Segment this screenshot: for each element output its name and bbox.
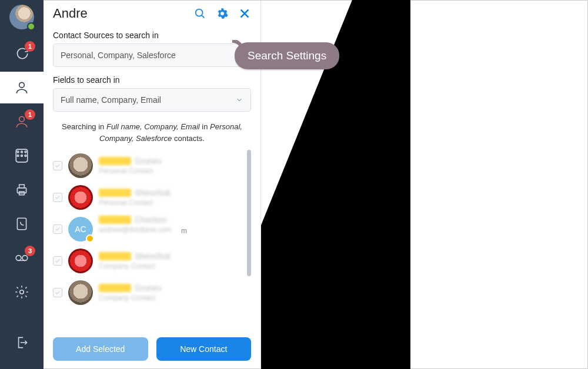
nav-voicemail[interactable]: 3 bbox=[0, 242, 44, 274]
contact-row[interactable]: Andre GrunevCompany Contact bbox=[53, 277, 248, 308]
svg-point-7 bbox=[25, 155, 26, 157]
contact-avatar bbox=[68, 153, 93, 178]
nav-voicemail-badge: 3 bbox=[25, 246, 35, 256]
row-checkbox[interactable] bbox=[53, 161, 62, 170]
svg-point-5 bbox=[17, 155, 19, 157]
close-icon[interactable] bbox=[238, 7, 251, 20]
contact-subtext: Company Contact bbox=[99, 262, 248, 270]
row-checkbox[interactable] bbox=[53, 224, 62, 234]
person-icon bbox=[14, 80, 29, 95]
contact-text: Andre ShevchukCompany Contact bbox=[99, 251, 248, 270]
contact-row[interactable]: Andre GrunevPersonal Contact bbox=[53, 150, 248, 182]
contact-avatar bbox=[68, 185, 93, 210]
search-panel: Andre Contact Sources to search in Perso… bbox=[44, 0, 261, 369]
panel-footer: Add Selected New Contact bbox=[53, 337, 251, 361]
name-rest: Grunev bbox=[135, 156, 162, 166]
new-contact-button[interactable]: New Contact bbox=[156, 337, 252, 361]
nav-contacts-alt-badge: 1 bbox=[25, 109, 35, 120]
svg-point-4 bbox=[25, 151, 26, 153]
name-highlight: Andre bbox=[99, 157, 131, 165]
sidebar: 1 1 3 bbox=[0, 0, 44, 369]
contact-text: Andre GrunevPersonal Contact bbox=[99, 156, 248, 175]
name-rest: Grunev bbox=[135, 283, 162, 293]
svg-point-0 bbox=[19, 82, 25, 88]
contact-text: Andre GrunevCompany Contact bbox=[99, 283, 248, 302]
nav-callbook[interactable] bbox=[0, 208, 44, 240]
nav-contacts[interactable] bbox=[0, 72, 44, 103]
sources-select[interactable]: Personal, Company, Salesforce bbox=[53, 43, 251, 67]
name-rest: Shevchuk bbox=[135, 188, 171, 197]
contact-subtext: Company Contact bbox=[99, 294, 248, 302]
svg-rect-9 bbox=[17, 188, 26, 193]
logout-icon bbox=[14, 335, 29, 350]
svg-point-2 bbox=[17, 151, 19, 153]
fields-value: Full name, Company, Email bbox=[61, 95, 161, 105]
nav-chat-badge: 1 bbox=[25, 41, 35, 52]
chevron-down-icon bbox=[235, 96, 243, 104]
svg-point-14 bbox=[22, 256, 28, 261]
nav-dialpad[interactable] bbox=[0, 140, 44, 172]
contact-row[interactable]: Andre ShevchukPersonal Contact bbox=[53, 182, 248, 213]
dialpad-icon bbox=[14, 148, 29, 163]
status-indicator bbox=[27, 22, 35, 31]
results-area: Andre GrunevPersonal ContactAndre Shevch… bbox=[53, 150, 251, 331]
svg-point-6 bbox=[21, 155, 23, 157]
contact-avatar bbox=[68, 280, 93, 305]
nav-chat[interactable]: 1 bbox=[0, 38, 44, 69]
svg-point-3 bbox=[21, 151, 23, 153]
svg-point-15 bbox=[20, 290, 24, 294]
add-selected-button[interactable]: Add Selected bbox=[53, 337, 148, 361]
name-rest: Checkov bbox=[135, 215, 166, 224]
row-checkbox[interactable] bbox=[53, 193, 62, 202]
sources-label: Contact Sources to search in bbox=[53, 31, 251, 40]
book-phone-icon bbox=[14, 216, 29, 232]
name-highlight: Andre bbox=[99, 216, 131, 224]
nav-contacts-alt[interactable]: 1 bbox=[0, 106, 44, 137]
contact-avatar: AC bbox=[68, 217, 93, 241]
scrollbar-thumb[interactable] bbox=[247, 150, 251, 276]
svg-point-13 bbox=[16, 256, 21, 261]
contact-subtext: Personal Contact bbox=[99, 167, 248, 175]
fields-label: Fields to search in bbox=[53, 75, 251, 85]
contact-avatar bbox=[68, 249, 93, 273]
name-highlight: Andre bbox=[99, 284, 131, 292]
printer-icon bbox=[14, 182, 29, 197]
profile-avatar[interactable] bbox=[9, 5, 34, 29]
svg-point-1 bbox=[19, 116, 25, 122]
contact-text: Andre ShevchukPersonal Contact bbox=[99, 188, 248, 207]
fields-select[interactable]: Full name, Company, Email bbox=[53, 88, 251, 112]
contact-row[interactable]: Andre ShevchukCompany Contact bbox=[53, 245, 248, 277]
results-list[interactable]: Andre GrunevPersonal ContactAndre Shevch… bbox=[53, 150, 251, 331]
svg-rect-10 bbox=[19, 184, 25, 187]
search-settings-tooltip: Search Settings bbox=[235, 42, 339, 69]
svg-point-16 bbox=[196, 9, 203, 16]
svg-rect-12 bbox=[17, 218, 26, 230]
nav-fax[interactable] bbox=[0, 174, 44, 206]
nav-settings[interactable] bbox=[0, 276, 44, 308]
search-query-title: Andre bbox=[53, 6, 193, 21]
row-checkbox[interactable] bbox=[53, 256, 62, 266]
name-rest: Shevchuk bbox=[135, 251, 171, 261]
panel-header: Andre bbox=[53, 6, 251, 21]
sources-value: Personal, Company, Salesforce bbox=[61, 51, 176, 60]
search-icon[interactable] bbox=[193, 7, 206, 20]
gear-icon bbox=[14, 284, 29, 300]
contact-text: Andre Checkovandrew@thirdlane.comm bbox=[99, 215, 248, 243]
name-highlight: Andre bbox=[99, 189, 131, 197]
row-checkbox[interactable] bbox=[53, 288, 62, 297]
gear-icon[interactable] bbox=[216, 7, 229, 20]
contact-row[interactable]: ACAndre Checkovandrew@thirdlane.comm bbox=[53, 213, 248, 245]
name-highlight: Andre bbox=[99, 252, 131, 260]
contact-subtext: Personal Contact bbox=[99, 199, 248, 207]
search-hint: Searching in Full name, Company, Email i… bbox=[53, 121, 251, 144]
nav-logout[interactable] bbox=[0, 327, 44, 358]
